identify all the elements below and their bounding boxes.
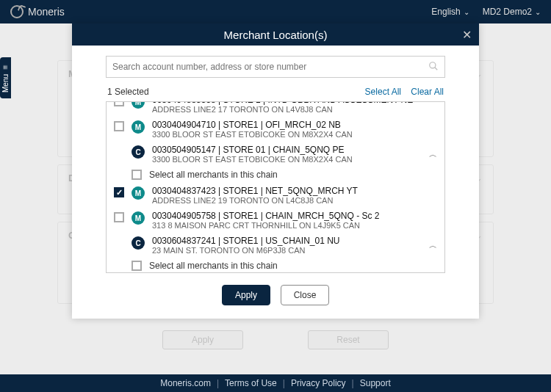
checkbox[interactable] bbox=[132, 170, 142, 180]
hamburger-icon: ≡ bbox=[1, 65, 10, 70]
search-field-wrap bbox=[106, 56, 445, 78]
svg-point-0 bbox=[430, 62, 436, 68]
checkbox[interactable] bbox=[132, 261, 142, 271]
checkbox[interactable] bbox=[114, 121, 124, 131]
footer-link[interactable]: Privacy Policy bbox=[291, 378, 346, 388]
row-address: 3300 BLOOR ST EAST ETOBICOKE ON M8X2X4 C… bbox=[152, 130, 437, 139]
list-toolbar: 1 Selected Select All Clear All bbox=[106, 84, 445, 101]
row-title: 0030504905147 | STORE 01 | CHAIN_5QNQ PE bbox=[152, 145, 422, 155]
row-address: ADDRESS LINE2 17 TORONTO ON L4V8J8 CAN bbox=[152, 105, 437, 114]
location-row[interactable]: C0030504905147 | STORE 01 | CHAIN_5QNQ P… bbox=[107, 142, 444, 167]
row-title: 0030404904710 | STORE1 | OFI_MRCH_02 NB bbox=[152, 120, 437, 130]
side-menu-tab[interactable]: Menu ≡ bbox=[0, 57, 11, 98]
row-text: 0030404837423 | STORE1 | NET_5QNQ_MRCH Y… bbox=[152, 186, 437, 205]
modal-body: 1 Selected Select All Clear All M0030404… bbox=[72, 46, 479, 319]
merchant-badge-icon: M bbox=[132, 101, 145, 109]
chain-badge-icon: C bbox=[132, 236, 145, 250]
row-address: ADDRESS LINE2 19 TORONTO ON L4C8J8 CAN bbox=[152, 196, 437, 205]
checkbox[interactable]: ✓ bbox=[114, 187, 124, 197]
apply-button[interactable]: Apply bbox=[222, 285, 270, 305]
modal-footer: Apply Close bbox=[106, 285, 445, 305]
chain-subrow[interactable]: Select all merchants in this chain bbox=[107, 258, 444, 273]
chevron-up-icon[interactable]: ︿ bbox=[429, 149, 437, 160]
menu-label: Menu bbox=[1, 74, 10, 92]
top-header: Moneris English⌄ MD2 Demo2⌄ bbox=[0, 0, 551, 23]
row-title: 0030404837423 | STORE1 | NET_5QNQ_MRCH Y… bbox=[152, 186, 437, 196]
brand-name: Moneris bbox=[28, 6, 65, 18]
chain-badge-icon: C bbox=[132, 145, 145, 159]
location-row[interactable]: M0030404905758 | STORE1 | CHAIN_MRCH_5QN… bbox=[107, 208, 444, 233]
close-button[interactable]: Close bbox=[281, 285, 329, 305]
language-selector[interactable]: English⌄ bbox=[431, 7, 469, 17]
merchant-badge-icon: M bbox=[132, 211, 145, 225]
chevron-down-icon: ⌄ bbox=[535, 8, 541, 16]
row-text: 0030404904710 | STORE1 | OFI_MRCH_02 NB3… bbox=[152, 120, 437, 139]
select-chain-label: Select all merchants in this chain bbox=[149, 261, 278, 271]
close-icon[interactable]: ✕ bbox=[462, 28, 472, 42]
locations-list[interactable]: M0030404883338 | STORE 1 | INTD GBBR AND… bbox=[106, 101, 445, 273]
location-row[interactable]: C0030604837241 | STORE1 | US_CHAIN_01 NU… bbox=[107, 233, 444, 258]
checkbox[interactable] bbox=[114, 101, 124, 106]
header-right: English⌄ MD2 Demo2⌄ bbox=[431, 7, 541, 17]
row-address: 3300 BLOOR ST EAST ETOBICOKE ON M8X2X4 C… bbox=[152, 155, 422, 164]
row-text: 0030404905758 | STORE1 | CHAIN_MRCH_5QNQ… bbox=[152, 211, 437, 230]
row-title: 0030404905758 | STORE1 | CHAIN_MRCH_5QNQ… bbox=[152, 211, 437, 221]
row-text: 0030404883338 | STORE 1 | INTD GBBR AND … bbox=[152, 101, 437, 114]
location-row[interactable]: M0030404883338 | STORE 1 | INTD GBBR AND… bbox=[107, 101, 444, 117]
checkbox[interactable] bbox=[114, 212, 124, 222]
svg-line-1 bbox=[435, 67, 438, 70]
search-icon bbox=[428, 61, 439, 73]
user-menu[interactable]: MD2 Demo2⌄ bbox=[483, 7, 541, 17]
row-text: 0030604837241 | STORE1 | US_CHAIN_01 NU2… bbox=[152, 236, 422, 255]
footer-link[interactable]: Support bbox=[360, 378, 391, 388]
search-input[interactable] bbox=[112, 62, 428, 72]
location-row[interactable]: ✓M0030404837423 | STORE1 | NET_5QNQ_MRCH… bbox=[107, 183, 444, 208]
select-all-link[interactable]: Select All bbox=[365, 87, 401, 97]
merchant-badge-icon: M bbox=[132, 120, 145, 134]
location-row[interactable]: M0030404904710 | STORE1 | OFI_MRCH_02 NB… bbox=[107, 117, 444, 142]
chevron-down-icon: ⌄ bbox=[464, 8, 469, 16]
brand: Moneris bbox=[10, 5, 65, 18]
row-text: 0030504905147 | STORE 01 | CHAIN_5QNQ PE… bbox=[152, 145, 422, 164]
row-address: 313 8 MAISON PARC CRT THORNHILL ON L4J9K… bbox=[152, 221, 437, 230]
chain-subrow[interactable]: Select all merchants in this chain bbox=[107, 167, 444, 183]
chevron-up-icon[interactable]: ︿ bbox=[429, 240, 437, 251]
footer-link[interactable]: Terms of Use bbox=[225, 378, 277, 388]
clear-all-link[interactable]: Clear All bbox=[411, 87, 444, 97]
brand-logo-icon bbox=[10, 5, 24, 18]
row-title: 0030604837241 | STORE1 | US_CHAIN_01 NU bbox=[152, 236, 422, 246]
merchant-locations-modal: Merchant Location(s) ✕ 1 Selected Select… bbox=[72, 23, 479, 319]
row-address: 23 MAIN ST. TORONTO ON M6P3J8 CAN bbox=[152, 246, 422, 255]
select-chain-label: Select all merchants in this chain bbox=[149, 170, 278, 180]
modal-header: Merchant Location(s) ✕ bbox=[72, 23, 479, 46]
page-footer: Moneris.com| Terms of Use| Privacy Polic… bbox=[0, 374, 551, 392]
modal-title: Merchant Location(s) bbox=[224, 29, 328, 41]
selected-count: 1 Selected bbox=[107, 87, 149, 97]
footer-link[interactable]: Moneris.com bbox=[160, 378, 211, 388]
merchant-badge-icon: M bbox=[132, 186, 145, 200]
